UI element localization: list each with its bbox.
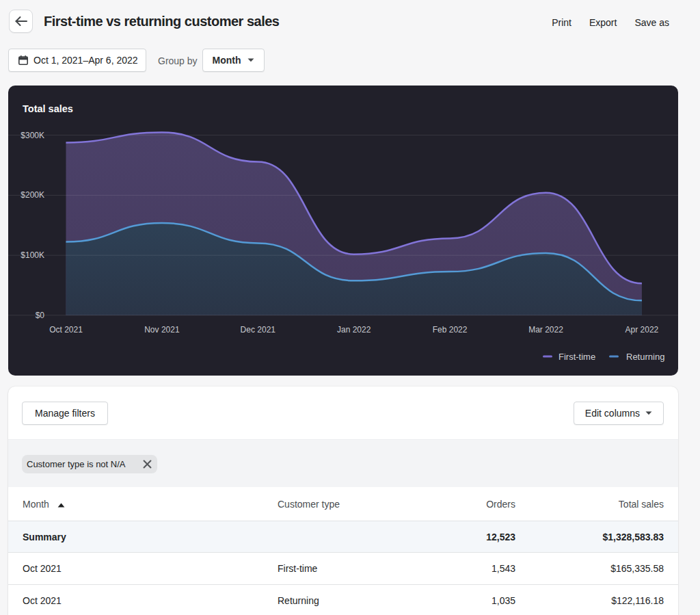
svg-text:Apr 2022: Apr 2022 [625,325,659,335]
svg-text:$0: $0 [36,311,45,320]
svg-text:$300K: $300K [21,131,44,140]
svg-text:Mar 2022: Mar 2022 [528,325,563,335]
svg-text:$200K: $200K [21,190,44,200]
svg-text:Total sales: Total sales [23,103,73,114]
svg-text:Feb 2022: Feb 2022 [433,325,468,335]
svg-text:Nov 2021: Nov 2021 [144,325,180,335]
svg-text:Jan 2022: Jan 2022 [337,325,371,335]
svg-text:Dec 2021: Dec 2021 [241,325,276,335]
svg-text:$100K: $100K [21,250,44,260]
svg-text:Oct 2021: Oct 2021 [49,325,83,335]
svg-text:First-time: First-time [558,352,595,362]
svg-text:Returning: Returning [626,352,664,362]
